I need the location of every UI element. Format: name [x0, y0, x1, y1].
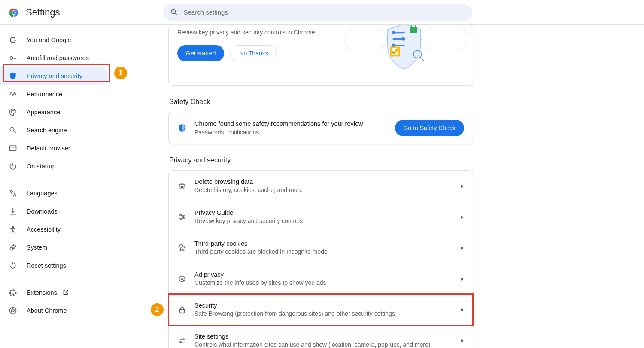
chevron-right-icon: ▶: [461, 338, 464, 343]
sidebar-item-performance[interactable]: Performance: [0, 85, 108, 103]
chevron-right-icon: ▶: [461, 276, 464, 281]
guide-illustration: [348, 25, 464, 77]
sidebar-label: Extensions: [27, 289, 57, 296]
svg-point-14: [392, 31, 395, 34]
row-title: Site settings: [194, 333, 461, 340]
safety-title: Chrome found some safety recommendations…: [194, 120, 387, 127]
privacy-row-ad-privacy[interactable]: Ad privacyCustomize the info used by sit…: [169, 263, 473, 294]
chevron-right-icon: ▶: [461, 214, 464, 219]
annotation-badge-1: 1: [114, 67, 127, 79]
guide-description: Review key privacy and security controls…: [177, 29, 348, 36]
sidebar-item-search-engine[interactable]: Search engine: [0, 121, 108, 139]
sidebar-item-reset-settings[interactable]: Reset settings: [0, 256, 108, 275]
speed-icon: [9, 90, 17, 98]
svg-rect-8: [10, 146, 16, 151]
svg-point-16: [401, 37, 405, 41]
svg-point-23: [181, 218, 182, 219]
sidebar-label: Accessibility: [27, 226, 61, 233]
privacy-security-heading: Privacy and security: [169, 156, 473, 164]
lock-icon: [177, 305, 187, 314]
privacy-row-site-settings[interactable]: Site settingsControls what information s…: [169, 325, 473, 348]
search-bar[interactable]: [163, 4, 472, 21]
safety-check-heading: Safety Check: [169, 98, 473, 106]
svg-point-26: [182, 249, 183, 250]
sidebar-item-extensions[interactable]: Extensions: [0, 284, 108, 302]
browser-icon: [9, 144, 17, 153]
sidebar-item-accessibility[interactable]: Accessibility: [0, 220, 108, 238]
sidebar-item-you-and-google[interactable]: You and Google: [0, 31, 108, 49]
sidebar-item-autofill-and-passwords[interactable]: Autofill and passwords: [0, 49, 108, 67]
sidebar-label: You and Google: [27, 37, 71, 43]
safety-subtitle: Passwords, notifications: [194, 129, 387, 136]
header: Settings: [0, 0, 644, 25]
row-subtitle: Third-party cookies are blocked in Incog…: [194, 248, 461, 255]
svg-point-25: [180, 248, 181, 249]
svg-point-21: [180, 214, 181, 216]
privacy-guide-card: Review key privacy and security controls…: [168, 25, 473, 86]
svg-point-5: [11, 111, 12, 112]
lang-icon: [9, 189, 17, 198]
svg-point-3: [10, 57, 13, 60]
sidebar-item-languages[interactable]: Languages: [0, 184, 108, 202]
safety-check-card: Chrome found some safety recommendations…: [168, 112, 473, 144]
get-started-button[interactable]: Get started: [177, 45, 224, 61]
svg-rect-29: [179, 309, 185, 313]
privacy-row-delete-browsing-data[interactable]: Delete browsing dataDelete history, cook…: [169, 171, 473, 201]
annotation-badge-2: 2: [151, 303, 164, 316]
chevron-right-icon: ▶: [461, 183, 464, 188]
row-title: Delete browsing data: [194, 178, 461, 185]
sidebar-item-system[interactable]: System: [0, 238, 108, 256]
go-to-safety-check-button[interactable]: Go to Safety Check: [395, 120, 464, 136]
row-title: Ad privacy: [194, 271, 461, 278]
g-icon: [9, 36, 17, 44]
sidebar-label: Privacy and security: [27, 73, 82, 79]
external-link-icon: [62, 289, 69, 296]
privacy-row-privacy-guide[interactable]: Privacy GuideReview key privacy and secu…: [169, 201, 473, 232]
no-thanks-button[interactable]: No Thanks: [230, 45, 277, 61]
sidebar-label: Languages: [27, 190, 58, 197]
sidebar-item-on-startup[interactable]: On startup: [0, 157, 108, 175]
sliders-icon: [177, 336, 187, 345]
row-subtitle: Safe Browsing (protection from dangerous…: [194, 310, 461, 317]
svg-point-20: [413, 50, 422, 58]
sidebar-label: Search engine: [27, 127, 67, 134]
svg-point-6: [12, 110, 13, 111]
cookie-icon: [177, 243, 187, 253]
svg-point-24: [181, 247, 182, 247]
sidebar-label: Autofill and passwords: [27, 55, 89, 61]
sidebar-separator: [0, 180, 112, 180]
chrome-logo-icon: [8, 6, 20, 18]
ext-icon: [9, 288, 17, 297]
sidebar-label: Default browser: [27, 145, 70, 152]
system-icon: [9, 243, 17, 252]
chrome-icon: [9, 306, 17, 315]
tune-icon: [177, 212, 187, 222]
sidebar-item-appearance[interactable]: Appearance: [0, 103, 108, 121]
svg-point-31: [180, 341, 181, 342]
sidebar-item-about-chrome[interactable]: About Chrome: [0, 302, 108, 320]
row-subtitle: Controls what information sites can use …: [194, 341, 461, 348]
search-input[interactable]: [184, 9, 465, 16]
shield-icon: [177, 123, 187, 133]
svg-point-30: [183, 339, 184, 340]
page-title: Settings: [26, 7, 60, 18]
sidebar-label: Downloads: [27, 208, 58, 215]
row-title: Privacy Guide: [194, 209, 461, 216]
power-icon: [9, 162, 17, 171]
privacy-row-security[interactable]: SecuritySafe Browsing (protection from d…: [169, 294, 473, 325]
privacy-list: Delete browsing dataDelete history, cook…: [168, 170, 473, 348]
privacy-row-third-party-cookies[interactable]: Third-party cookiesThird-party cookies a…: [169, 232, 473, 263]
row-subtitle: Delete history, cookies, cache, and more: [194, 186, 461, 193]
sidebar-label: System: [27, 244, 47, 251]
svg-point-10: [10, 247, 13, 250]
sidebar-item-downloads[interactable]: Downloads: [0, 202, 108, 220]
sidebar-label: Appearance: [27, 109, 60, 116]
sidebar-item-default-browser[interactable]: Default browser: [0, 139, 108, 157]
sidebar-item-privacy-and-security[interactable]: Privacy and security: [0, 67, 108, 85]
search-icon: [170, 8, 179, 17]
sidebar-label: On startup: [27, 163, 56, 170]
row-subtitle: Review key privacy and security controls: [194, 217, 461, 224]
row-subtitle: Customize the info used by sites to show…: [194, 279, 461, 286]
download-icon: [9, 207, 17, 216]
sidebar-separator: [0, 279, 112, 279]
